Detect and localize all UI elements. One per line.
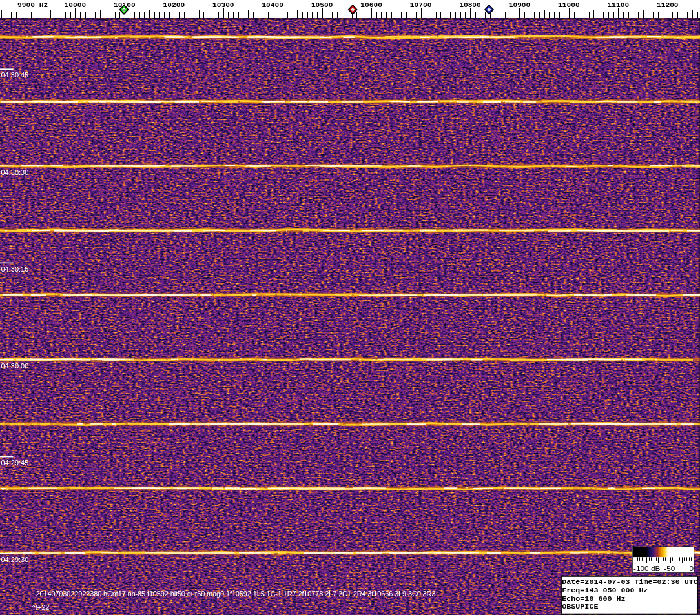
svg-text:10800: 10800 [459,1,481,9]
svg-text:-50: -50 [664,564,675,573]
svg-text:10600: 10600 [360,1,382,9]
svg-text:04:30:00: 04:30:00 [1,362,29,370]
svg-text:0: 0 [689,564,694,573]
svg-text:10900: 10900 [509,1,531,9]
svg-text:10400: 10400 [262,1,283,9]
svg-text:11100: 11100 [608,1,630,9]
svg-text:04:29:45: 04:29:45 [1,459,29,467]
svg-text:10500: 10500 [311,1,333,9]
svg-text:04:30:30: 04:30:30 [1,168,29,176]
svg-text:10700: 10700 [410,1,432,9]
svg-text:OBSUPICE: OBSUPICE [562,602,598,611]
svg-text:11000: 11000 [558,1,580,9]
svg-text:10000: 10000 [65,1,87,9]
svg-text:9900 Hz: 9900 Hz [17,1,48,9]
svg-text:04:30:45: 04:30:45 [1,71,29,79]
svg-text:^t+22: ^t+22 [32,603,50,611]
svg-text:-100 dB: -100 dB [633,564,660,573]
svg-text:04:29:30: 04:29:30 [1,556,29,563]
svg-text:10200: 10200 [163,1,185,9]
svg-text:04:30:15: 04:30:15 [1,265,29,273]
svg-text:10300: 10300 [212,1,234,9]
svg-text:11200: 11200 [657,1,679,9]
svg-text:20140703022922380 hCnt17 nb-85: 20140703022922380 hCnt17 nb-85 f10592 hi… [36,590,436,598]
